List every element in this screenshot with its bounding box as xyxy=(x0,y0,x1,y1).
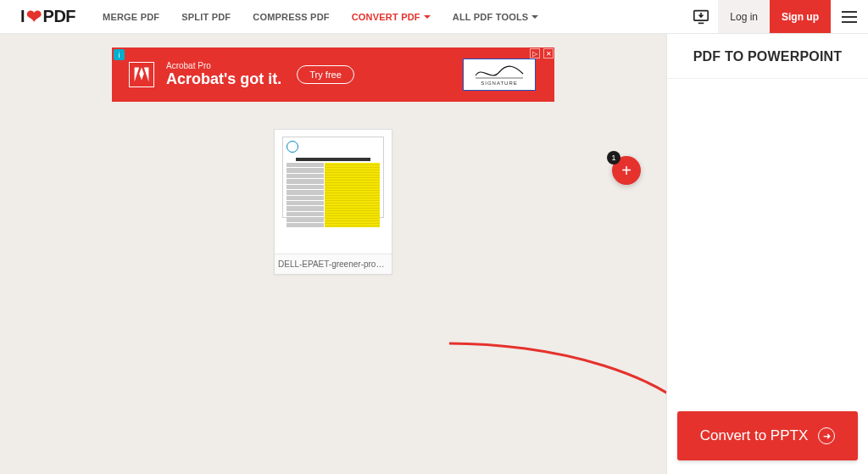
file-card[interactable]: DELL-EPAET-greener-product. xyxy=(274,129,392,275)
workspace: i ▷✕ Acrobat Pro Acrobat's got it. Try f… xyxy=(0,34,868,474)
hamburger-menu-icon[interactable] xyxy=(831,0,868,33)
nav-convert[interactable]: CONVERT PDF xyxy=(342,12,441,22)
signup-button[interactable]: Sign up xyxy=(770,0,831,33)
nav-split[interactable]: SPLIT PDF xyxy=(171,12,241,22)
nav-merge[interactable]: MERGE PDF xyxy=(92,12,170,22)
ad-cta-button[interactable]: Try free xyxy=(297,65,354,84)
dell-badge-icon xyxy=(287,141,298,153)
ad-text: Acrobat Pro Acrobat's got it. xyxy=(166,61,281,88)
add-file-button[interactable]: + 1 xyxy=(612,156,641,185)
adobe-logo-icon xyxy=(129,62,154,87)
main-nav: MERGE PDF SPLIT PDF COMPRESS PDF CONVERT… xyxy=(92,12,548,22)
sidebar-title: PDF TO POWERPOINT xyxy=(667,34,868,79)
ad-banner[interactable]: i ▷✕ Acrobat Pro Acrobat's got it. Try f… xyxy=(112,47,554,102)
app-header: I ❤ PDF MERGE PDF SPLIT PDF COMPRESS PDF… xyxy=(0,0,868,34)
convert-button[interactable]: Convert to PPTX ➜ xyxy=(677,411,858,460)
main-area: i ▷✕ Acrobat Pro Acrobat's got it. Try f… xyxy=(0,34,666,474)
brand-logo[interactable]: I ❤ PDF xyxy=(0,6,92,28)
ad-headline: Acrobat's got it. xyxy=(166,70,281,88)
chevron-down-icon xyxy=(531,15,538,19)
ad-close-icon[interactable]: ▷✕ xyxy=(530,48,554,59)
brand-pre: I xyxy=(20,7,25,26)
download-desktop-icon[interactable] xyxy=(684,0,718,33)
plus-icon: + xyxy=(621,161,632,181)
file-thumbnail xyxy=(275,130,392,254)
chevron-down-icon xyxy=(424,15,431,19)
header-right: Log in Sign up xyxy=(684,0,868,33)
brand-post: PDF xyxy=(43,7,76,26)
login-button[interactable]: Log in xyxy=(718,0,770,33)
ad-signature-box: SIGNATURE xyxy=(463,59,536,91)
file-count-badge: 1 xyxy=(607,151,620,165)
nav-all-tools[interactable]: ALL PDF TOOLS xyxy=(442,12,549,22)
sidebar: PDF TO POWERPOINT Convert to PPTX ➜ xyxy=(666,34,868,474)
arrow-right-circle-icon: ➜ xyxy=(818,427,835,444)
ad-signature-label: SIGNATURE xyxy=(481,81,518,86)
file-name-label: DELL-EPAET-greener-product. xyxy=(275,254,392,274)
adchoices-icon[interactable]: i xyxy=(114,49,125,60)
heart-icon: ❤ xyxy=(26,6,42,28)
nav-compress[interactable]: COMPRESS PDF xyxy=(242,12,339,22)
ad-subtitle: Acrobat Pro xyxy=(166,61,281,71)
convert-button-label: Convert to PPTX xyxy=(700,427,809,444)
